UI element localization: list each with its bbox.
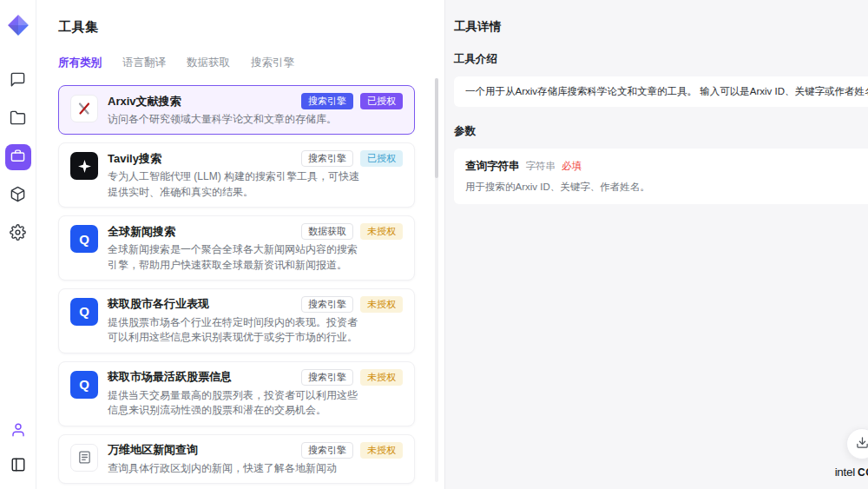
tool-list-panel: 工具集 所有类别语言翻译数据获取搜索引擎 Arxiv文献搜索 搜索引擎 已授权 … <box>36 0 444 489</box>
tool-title: Tavily搜索 <box>108 151 161 167</box>
tool-badges: 搜索引擎 未授权 <box>301 369 403 386</box>
category-tab[interactable]: 搜索引擎 <box>251 56 294 70</box>
tool-card-body: 获取市场最活跃股票信息 搜索引擎 未授权 提供当天交易量最高的股票列表，投资者可… <box>108 369 403 419</box>
tool-icon <box>70 444 98 472</box>
tool-detail-panel: 工具详情 工具介绍 一个用于从Arxiv存储库搜索科学论文和文章的工具。 输入可… <box>444 0 868 489</box>
tool-badges: 搜索引擎 未授权 <box>301 296 403 313</box>
param-type: 字符串 <box>526 160 556 173</box>
tool-description: 提供股票市场各个行业在特定时间段内的表现。投资者可以利用这些信息来识别表现优于或… <box>108 315 366 346</box>
category-badge: 搜索引擎 <box>301 442 353 459</box>
nav-rail-group <box>5 68 31 247</box>
scrollbar-track[interactable] <box>435 78 438 482</box>
tool-description: 访问各个研究领域大量科学论文和文章的存储库。 <box>108 112 366 127</box>
tool-badges: 数据获取 未授权 <box>301 223 403 240</box>
floating-actions: intel CORE <box>835 428 868 479</box>
tool-detail-title: 工具详情 <box>454 19 868 35</box>
intel-wordmark: intel <box>835 466 855 479</box>
tool-card-list: Arxiv文献搜索 搜索引擎 已授权 访问各个研究领域大量科学论文和文章的存储库… <box>58 85 415 484</box>
nav-chat-button[interactable] <box>5 68 31 94</box>
tool-title: 万维地区新闻查询 <box>108 442 198 458</box>
tool-badges: 搜索引擎 未授权 <box>301 442 403 459</box>
param-card: 查询字符串 字符串 必填 用于搜索的Arxiv ID、关键字、作者姓名。 <box>454 149 868 204</box>
settings-gear-icon <box>10 224 26 243</box>
auth-badge: 未授权 <box>360 296 403 313</box>
tool-card-body: 全球新闻搜索 数据获取 未授权 全球新闻搜索是一个聚合全球各大新闻网站内容的搜索… <box>108 223 403 273</box>
category-badge: 数据获取 <box>301 223 353 240</box>
category-tab[interactable]: 数据获取 <box>187 56 230 70</box>
tool-card-body: Tavily搜索 搜索引擎 已授权 专为人工智能代理 (LLM) 构建的搜索引擎… <box>108 150 403 200</box>
tool-card-header: Arxiv文献搜索 搜索引擎 已授权 <box>108 93 403 109</box>
scrollbar-thumb[interactable] <box>435 78 438 178</box>
auth-badge: 未授权 <box>360 223 403 240</box>
intel-core-logo: intel CORE <box>835 466 868 479</box>
nav-panel-toggle-button[interactable] <box>5 453 31 479</box>
param-header: 查询字符串 字符串 必填 <box>465 159 868 174</box>
chat-icon <box>10 71 26 90</box>
tool-description: 查询具体行政区划内的新闻，快速了解各地新闻动 <box>108 461 366 476</box>
tool-icon: Q <box>70 298 98 326</box>
tool-card-header: 全球新闻搜索 数据获取 未授权 <box>108 223 403 240</box>
tool-card[interactable]: Arxiv文献搜索 搜索引擎 已授权 访问各个研究领域大量科学论文和文章的存储库… <box>58 85 415 135</box>
tool-card[interactable]: Q 获取市场最活跃股票信息 搜索引擎 未授权 提供当天交易量最高的股票列表，投资… <box>58 361 415 426</box>
auth-badge: 未授权 <box>360 369 403 386</box>
tool-card[interactable]: Q 获取股市各行业表现 搜索引擎 未授权 提供股票市场各个行业在特定时间段内的表… <box>58 288 415 354</box>
tool-title: 获取市场最活跃股票信息 <box>108 369 232 385</box>
tool-card-body: Arxiv文献搜索 搜索引擎 已授权 访问各个研究领域大量科学论文和文章的存储库… <box>108 93 403 127</box>
core-wordmark: CORE <box>858 466 868 479</box>
app-logo-icon[interactable] <box>7 14 30 36</box>
tool-badges: 搜索引擎 已授权 <box>301 93 403 109</box>
sidebar-panel-icon <box>10 457 26 475</box>
tool-title: Arxiv文献搜索 <box>108 94 181 109</box>
category-tabs: 所有类别语言翻译数据获取搜索引擎 <box>58 56 444 70</box>
tool-badges: 搜索引擎 已授权 <box>301 150 403 167</box>
param-description: 用于搜索的Arxiv ID、关键字、作者姓名。 <box>465 181 868 194</box>
tool-card-header: 获取市场最活跃股票信息 搜索引擎 未授权 <box>108 369 403 386</box>
intro-heading: 工具介绍 <box>454 52 868 67</box>
folder-icon <box>10 109 26 129</box>
tool-icon <box>70 152 98 180</box>
tool-card[interactable]: Tavily搜索 搜索引擎 已授权 专为人工智能代理 (LLM) 构建的搜索引擎… <box>58 142 415 208</box>
nav-user-button[interactable] <box>5 418 31 444</box>
tool-card[interactable]: Q 全球新闻搜索 数据获取 未授权 全球新闻搜索是一个聚合全球各大新闻网站内容的… <box>58 215 415 281</box>
auth-badge: 未授权 <box>360 442 403 459</box>
tool-card-header: Tavily搜索 搜索引擎 已授权 <box>108 150 403 167</box>
tool-icon: Q <box>70 371 98 399</box>
category-tab[interactable]: 语言翻译 <box>122 56 166 70</box>
nav-rail <box>0 0 36 489</box>
tool-description: 提供当天交易量最高的股票列表，投资者可以利用这些信息来识别流动性强的股票和潜在的… <box>108 388 366 419</box>
tool-card[interactable]: 万维地区新闻查询 搜索引擎 未授权 查询具体行政区划内的新闻，快速了解各地新闻动 <box>58 434 415 484</box>
nav-box-button[interactable] <box>5 182 31 208</box>
param-name: 查询字符串 <box>465 159 520 174</box>
tool-card-body: 获取股市各行业表现 搜索引擎 未授权 提供股票市场各个行业在特定时间段内的表现。… <box>108 296 403 346</box>
briefcase-icon <box>10 149 25 166</box>
tool-icon <box>70 95 98 122</box>
download-button[interactable] <box>846 428 868 459</box>
nav-rail-bottom <box>5 418 31 479</box>
intro-card: 一个用于从Arxiv存储库搜索科学论文和文章的工具。 输入可以是Arxiv ID… <box>454 76 868 107</box>
params-heading: 参数 <box>454 124 868 139</box>
auth-badge: 已授权 <box>360 93 403 109</box>
tool-icon: Q <box>70 225 98 253</box>
nav-folder-button[interactable] <box>5 106 31 132</box>
tool-description: 全球新闻搜索是一个聚合全球各大新闻网站内容的搜索引擎，帮助用户快速获取全球最新资… <box>108 242 366 273</box>
tool-card-body: 万维地区新闻查询 搜索引擎 未授权 查询具体行政区划内的新闻，快速了解各地新闻动 <box>108 442 403 476</box>
box-icon <box>10 186 26 205</box>
tool-card-header: 获取股市各行业表现 搜索引擎 未授权 <box>108 296 403 313</box>
tool-list-title: 工具集 <box>58 19 444 36</box>
tool-card-header: 万维地区新闻查询 搜索引擎 未授权 <box>108 442 403 459</box>
nav-tools-button[interactable] <box>5 144 31 170</box>
category-badge: 搜索引擎 <box>301 296 353 313</box>
download-icon <box>856 436 868 452</box>
tool-title: 获取股市各行业表现 <box>108 296 209 312</box>
param-required-flag: 必填 <box>562 160 582 173</box>
app-window: 工具集 所有类别语言翻译数据获取搜索引擎 Arxiv文献搜索 搜索引擎 已授权 … <box>0 0 868 489</box>
category-badge: 搜索引擎 <box>301 150 353 167</box>
auth-badge: 已授权 <box>360 150 403 167</box>
tool-description: 专为人工智能代理 (LLM) 构建的搜索引擎工具，可快速提供实时、准确和真实的结… <box>108 169 366 200</box>
category-badge: 搜索引擎 <box>301 369 353 386</box>
nav-settings-button[interactable] <box>5 221 31 247</box>
category-badge: 搜索引擎 <box>301 93 353 109</box>
tool-title: 全球新闻搜索 <box>108 224 175 240</box>
category-tab[interactable]: 所有类别 <box>58 56 102 70</box>
user-icon <box>10 422 26 440</box>
